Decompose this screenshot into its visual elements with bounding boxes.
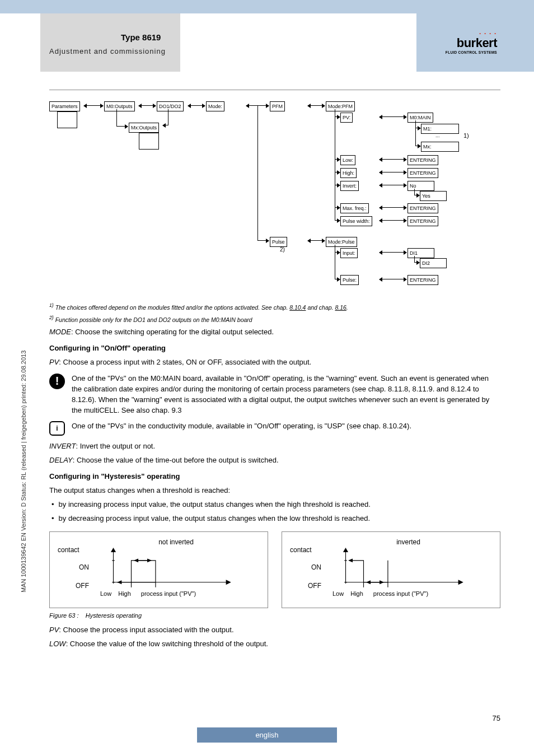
header-gray-block [40,13,180,72]
connector [84,105,103,106]
connector [380,279,406,279]
bullet-item: by increasing process input value, the o… [49,500,500,510]
logo-dots: • • • • [446,32,497,35]
text: ). When the "warning" event is associate… [72,395,489,414]
svg-marker-6 [117,580,121,584]
node-entering: ENTERING [407,155,438,165]
connector [335,159,340,160]
link[interactable]: 9.3 [172,406,182,414]
header-top-strip [0,0,534,13]
node-m1: M1: [421,124,459,134]
connector [414,195,419,195]
connector [335,252,340,253]
connector [116,109,117,126]
hyst-inverted: contact ON OFF inverted [282,531,500,608]
link[interactable]: 8.10.4 [289,304,306,311]
param-text: : Choose the process input associated wi… [59,626,233,634]
info-icon: i [49,421,65,436]
text: and [434,385,451,393]
param-text: : Choose the value of the time-out befor… [73,456,279,464]
link[interactable]: 8.11.9. [412,385,434,393]
delay-line: DELAY: Choose the value of the time-out … [49,455,500,466]
footnote-sup: 2) [49,315,54,320]
node-entering: ENTERING [407,168,438,178]
node-do1-do2: DO1/DO2 [157,101,184,111]
node-yes: Yes [420,191,447,201]
tick-label: OFF [290,581,325,591]
chart-title: not inverted [92,538,260,547]
axis-label: process input ("PV") [373,590,428,599]
link[interactable]: 8.16 [335,304,346,311]
node-mx: Mx: [421,142,459,152]
node-mode-pulse: Mode:Pulse [326,237,357,247]
connector [380,116,406,117]
figcap-number: Figure 63 : [49,612,79,619]
node-mode: Mode: [206,101,224,111]
connector [163,125,168,125]
tick-label: High [350,590,363,599]
connector [116,126,128,127]
connector [188,105,205,106]
connector [414,256,415,262]
footnote-text: and chap. [307,304,333,311]
node-m0main: M0:MAIN [407,113,433,123]
info-note: i One of the "PVs" in the conductivity m… [49,421,500,436]
connector [415,120,416,146]
info-text: One of the "PVs" in the conductivity mod… [72,421,411,432]
connector [139,105,156,106]
node-mode-pfm: Mode:PFM [326,101,355,111]
param-label: DELAY [49,456,73,464]
axis-label: process input ("PV") [141,590,196,599]
footnote-2: 2) Function possible only for the DO1 an… [49,314,500,324]
logo-text: burkert [446,36,497,50]
connector [380,185,406,185]
link[interactable]: 8.12.4 [451,385,471,393]
main-content: Parameters M0:Outputs Mx:Outputs DO1/DO2… [49,98,500,653]
param-label: PV [49,626,59,634]
logo: • • • • burkert FLUID CONTROL SYSTEMS [446,32,497,54]
node-high: High: [340,168,357,178]
connector [380,220,406,221]
connector [335,207,340,208]
link[interactable]: 8.10.24 [383,422,407,430]
hyst-intro: The output status changes when a thresho… [49,486,500,496]
connector [380,172,406,172]
page-icon [57,111,77,128]
link[interactable]: 8.11.8 [388,385,408,393]
section-hysteresis: Configuring in "Hysteresis" operating [49,472,500,482]
link[interactable]: 8.12.6 [72,395,92,404]
connector [335,116,340,117]
footnote-marker-2: 2) [280,246,285,254]
footer-language: english [197,727,337,743]
param-label: INVERT [49,442,76,450]
node-pulsewidth: Pulse width: [340,216,372,226]
page-icon [139,133,159,150]
tick-label: High [118,590,131,599]
node-mx-outputs: Mx:Outputs [129,123,159,133]
exclamation-icon: ! [49,374,65,389]
footnote-text: The choices offered depend on the module… [55,304,288,311]
svg-marker-15 [458,580,463,585]
svg-marker-8 [134,558,138,562]
mode-line: MODE: Choose the switching operating for… [49,327,500,338]
param-text: : Choose a process input with 2 states, … [59,358,311,366]
hyst-notinverted: contact ON OFF not inverted [49,531,268,608]
node-pv: PV: [340,113,353,123]
node-no: No [407,181,434,191]
svg-marker-13 [343,548,348,552]
svg-marker-3 [226,580,231,585]
node-m0-outputs: M0:Outputs [104,101,135,111]
param-label: LOW [49,640,66,648]
hysteresis-figures: contact ON OFF not inverted [49,531,500,608]
param-text: : Invert the output or not. [76,442,155,450]
connector [414,189,415,195]
param-label: PV [49,358,59,366]
connector [380,159,406,160]
pv-line: PV: Choose a process input with 2 states… [49,357,500,368]
pv2-line: PV: Choose the process input associated … [49,625,500,636]
invert-line: INVERT: Invert the output or not. [49,441,500,452]
svg-marker-21 [380,580,384,584]
low-line: LOW: Choose the value of the low switchi… [49,639,500,650]
connector [308,240,325,241]
svg-marker-20 [366,580,371,584]
